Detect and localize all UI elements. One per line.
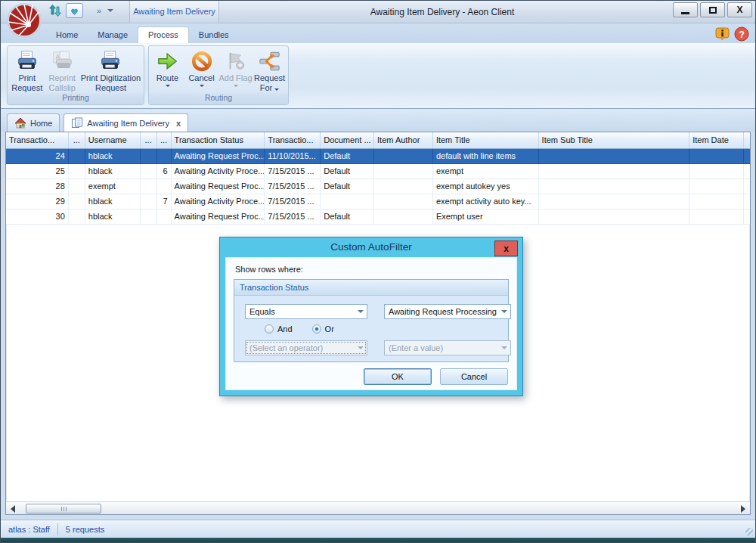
horizontal-scrollbar[interactable] (6, 501, 750, 514)
cell-document-type[interactable] (321, 194, 374, 209)
cell-item-title[interactable]: default with line items (433, 149, 539, 164)
column-header-dots3[interactable]: ... (157, 132, 172, 148)
column-header-username[interactable]: Username (85, 132, 141, 148)
table-row-24[interactable]: 24 hblack Awaiting Request Proc... 11/10… (6, 149, 750, 164)
cell-document-type[interactable]: Default (321, 179, 374, 194)
cell-username[interactable]: hblack (85, 149, 141, 164)
cell-transaction-status[interactable]: Awaiting Request Proc... (172, 179, 265, 194)
dropdown-button[interactable] (498, 305, 510, 318)
cell-item-sub-title[interactable] (539, 194, 690, 209)
cell-username[interactable]: hblack (85, 164, 141, 179)
cell-item-author[interactable] (374, 164, 433, 179)
doc-tab-home[interactable]: Home (7, 113, 60, 132)
cell-transaction-date[interactable]: 11/10/2015... (265, 149, 321, 164)
cell-item-author[interactable] (374, 179, 433, 194)
resize-grip[interactable] (745, 528, 753, 535)
operator1-dropdown[interactable]: Equals (245, 304, 367, 319)
column-header-dots2[interactable]: ... (141, 132, 157, 148)
column-header-document-type[interactable]: Document ... (321, 132, 374, 148)
table-row-28[interactable]: 28 exempt Awaiting Request Proc... 7/15/… (6, 179, 750, 194)
qat-customize-icon[interactable] (107, 9, 113, 12)
cell[interactable] (141, 149, 157, 164)
cell[interactable]: 6 (157, 164, 172, 179)
table-row-30[interactable]: 30 hblack Awaiting Request Proc... 7/15/… (6, 209, 750, 225)
maximize-button[interactable] (700, 2, 725, 17)
cell-document-type[interactable]: Default (321, 164, 374, 179)
cell-item-sub-title[interactable] (539, 179, 690, 194)
cell[interactable] (141, 164, 157, 179)
cell-username[interactable]: exempt (85, 179, 141, 194)
route-button[interactable]: Route (150, 48, 184, 93)
table-row-25[interactable]: 25 hblack 6 Awaiting Activity Proce... 7… (6, 164, 750, 179)
doc-tab-awaiting-item-delivery[interactable]: Awaiting Item Delivery x (64, 113, 188, 132)
tab-bundles[interactable]: Bundles (189, 27, 239, 43)
value2-dropdown[interactable]: (Enter a value) (384, 340, 511, 355)
ok-button[interactable]: OK (364, 368, 432, 385)
cell-transaction-number[interactable]: 25 (6, 164, 69, 179)
tab-process[interactable]: Process (138, 26, 189, 43)
cell-item-author[interactable] (374, 149, 433, 164)
cell-item-title[interactable]: Exempt user (433, 209, 539, 225)
cell-item-title[interactable]: exempt activity auto key... (433, 194, 539, 209)
cell-item-sub-title[interactable] (539, 209, 690, 225)
add-flag-button[interactable]: Add Flag (218, 48, 253, 93)
scroll-right-icon[interactable] (741, 505, 745, 513)
cell[interactable] (69, 164, 85, 179)
cell-item-author[interactable] (374, 194, 433, 209)
scrollbar-thumb[interactable] (26, 504, 101, 514)
or-radio[interactable]: Or (312, 324, 334, 334)
cell[interactable] (69, 149, 85, 164)
cell-item-date[interactable] (689, 209, 744, 225)
column-header-item-sub-title[interactable]: Item Sub Title (539, 132, 690, 148)
cell[interactable] (157, 209, 172, 225)
cell-item-title[interactable]: exempt autokey yes (433, 179, 539, 194)
column-header-item-title[interactable]: Item Title (433, 132, 539, 148)
scroll-left-icon[interactable] (11, 505, 15, 513)
cell-item-sub-title[interactable] (539, 149, 690, 164)
reprint-callslip-button[interactable]: A Reprint Callslip (45, 48, 79, 93)
cell-transaction-number[interactable]: 29 (6, 194, 69, 209)
cell[interactable] (141, 209, 157, 225)
column-header-transaction-number[interactable]: Transactio... (6, 132, 69, 148)
print-request-button[interactable]: Print Request (9, 48, 45, 93)
cell-transaction-status[interactable]: Awaiting Request Proc... (172, 209, 265, 225)
cell-document-type[interactable]: Default (321, 209, 374, 225)
column-header-transaction-status[interactable]: Transaction Status (172, 132, 265, 148)
cell-item-date[interactable] (689, 164, 744, 179)
help-icon[interactable]: ? (734, 26, 749, 42)
tab-manage[interactable]: Manage (88, 27, 138, 43)
column-header-dots1[interactable]: ... (69, 132, 85, 148)
column-header-transaction-date[interactable]: Transactio... (265, 132, 321, 148)
cell-document-type[interactable]: Default (321, 149, 374, 164)
cell[interactable] (69, 179, 85, 194)
cell-transaction-status[interactable]: Awaiting Activity Proce... (172, 194, 265, 209)
dialog-close-button[interactable]: x (494, 240, 518, 256)
column-header-item-author[interactable]: Item Author (374, 132, 433, 148)
cell-item-date[interactable] (689, 179, 744, 194)
cell-transaction-number[interactable]: 28 (6, 179, 69, 194)
cell-transaction-status[interactable]: Awaiting Request Proc... (172, 149, 265, 164)
tab-close-icon[interactable]: x (176, 119, 181, 128)
cell-item-sub-title[interactable] (539, 164, 690, 179)
minimize-button[interactable] (673, 2, 698, 17)
cell-transaction-date[interactable]: 7/15/2015 ... (265, 209, 321, 225)
cell-transaction-date[interactable]: 7/15/2015 ... (265, 194, 321, 209)
table-row-29[interactable]: 29 hblack 7 Awaiting Activity Proce... 7… (6, 194, 750, 209)
dropdown-button[interactable] (355, 305, 367, 318)
value1-dropdown[interactable]: Awaiting Request Processing (384, 304, 511, 319)
close-button[interactable]: X (727, 2, 752, 17)
and-radio[interactable]: And (265, 324, 293, 334)
cell-transaction-status[interactable]: Awaiting Activity Proce... (172, 164, 265, 179)
request-for-button[interactable]: Request For (253, 48, 287, 93)
qat-overflow-icon[interactable]: » (97, 6, 101, 15)
cell-transaction-number[interactable]: 30 (6, 209, 69, 225)
sync-icon[interactable] (48, 3, 63, 18)
validate-icon[interactable] (66, 3, 83, 18)
cell[interactable] (141, 194, 157, 209)
cancel-button[interactable]: Cancel (440, 368, 508, 385)
cell-item-date[interactable] (689, 194, 744, 209)
cell-transaction-date[interactable]: 7/15/2015 ... (265, 179, 321, 194)
cell-username[interactable]: hblack (85, 194, 141, 209)
operator2-dropdown[interactable]: (Select an operator) (245, 340, 367, 355)
print-digitization-request-button[interactable]: Print Digitization Request (79, 48, 142, 93)
